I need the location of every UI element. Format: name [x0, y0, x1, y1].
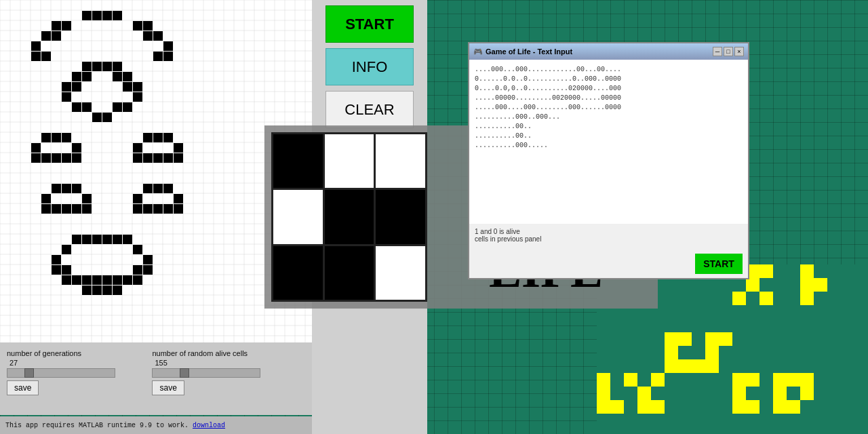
random-cells-label: number of random alive cells [152, 349, 248, 357]
save-random-cells-button[interactable]: save [152, 380, 184, 395]
svg-rect-19 [705, 359, 719, 373]
svg-rect-3 [800, 264, 814, 278]
footer-text: This app requires MATLAB runtime 9.9 to … [5, 422, 189, 429]
dialog-text-line-1: ....000...000............00...00.... [475, 65, 743, 75]
mini-cell-4 [273, 190, 323, 243]
svg-rect-8 [760, 292, 773, 305]
svg-rect-9 [800, 292, 814, 305]
svg-rect-34 [732, 387, 746, 400]
svg-rect-27 [637, 400, 651, 414]
random-cells-group: number of random alive cells 155 save [152, 347, 288, 395]
svg-rect-30 [746, 373, 760, 387]
svg-rect-26 [610, 400, 624, 414]
mini-cell-2 [325, 134, 374, 188]
svg-rect-4 [746, 278, 760, 292]
svg-rect-10 [665, 332, 678, 346]
dialog-icon: 🎮 [473, 47, 483, 56]
dialog-text-line-6: ..........000..000... [475, 113, 743, 122]
generations-knob[interactable] [24, 368, 34, 378]
svg-rect-7 [732, 292, 746, 305]
generations-label: number of generations [7, 349, 81, 357]
mini-cell-3 [376, 134, 425, 188]
generations-group: number of generations 27 save [7, 347, 142, 395]
svg-rect-17 [678, 359, 692, 373]
dialog-instructions-line1: 1 and 0 is alive [475, 228, 520, 235]
svg-rect-32 [787, 373, 800, 387]
svg-rect-6 [814, 278, 827, 292]
dialog-text-line-7: ..........00.. [475, 122, 743, 132]
sliders-area: number of generations 27 save number of … [0, 342, 312, 415]
svg-rect-20 [597, 373, 610, 387]
dialog-text-line-4: .....00000.........0020000.....00000 [475, 94, 743, 103]
svg-rect-39 [773, 400, 787, 414]
dialog-text-line-5: .....000....000........000......0000 [475, 103, 743, 113]
svg-rect-40 [787, 400, 800, 414]
svg-rect-31 [773, 373, 787, 387]
dialog-titlebar: 🎮 Game of Life - Text Input ─ □ × [469, 43, 748, 60]
mini-cell-6 [376, 190, 425, 243]
svg-rect-2 [760, 264, 773, 278]
svg-rect-13 [719, 332, 732, 346]
clear-button[interactable]: CLEAR [326, 91, 414, 128]
save-generations-button[interactable]: save [7, 380, 39, 395]
svg-rect-36 [800, 387, 814, 400]
dialog-text-line-3: 0....0.0,0..0..........020000....000 [475, 84, 743, 94]
dialog-title: 🎮 Game of Life - Text Input [473, 47, 572, 56]
svg-rect-14 [665, 346, 678, 359]
download-link[interactable]: download [193, 422, 225, 429]
svg-rect-29 [732, 373, 746, 387]
svg-rect-25 [597, 400, 610, 414]
svg-rect-15 [705, 346, 719, 359]
svg-rect-37 [732, 400, 746, 414]
svg-rect-23 [597, 387, 610, 400]
svg-rect-22 [651, 373, 665, 387]
dialog-bottom-text: 1 and 0 is alive cells in previous panel [475, 228, 743, 243]
dialog-bottom: 1 and 0 is alive cells in previous panel… [469, 224, 748, 278]
svg-rect-12 [705, 332, 719, 346]
mini-cell-5 [325, 190, 374, 243]
svg-rect-16 [665, 359, 678, 373]
dialog-text-line-8: ..........00.. [475, 132, 743, 141]
svg-rect-11 [678, 332, 692, 346]
dialog-maximize-button[interactable]: □ [724, 47, 733, 56]
svg-rect-21 [624, 373, 637, 387]
random-cells-value: 155 [155, 359, 288, 367]
svg-rect-33 [800, 373, 814, 387]
dialog-minimize-button[interactable]: ─ [713, 47, 722, 56]
dialog-controls: ─ □ × [713, 47, 744, 56]
dialog-text-line-2: 0......0.0..0...........0..000..0000 [475, 75, 743, 84]
dialog-close-button[interactable]: × [734, 47, 744, 56]
generations-slider[interactable] [7, 368, 115, 378]
random-cells-knob[interactable] [180, 368, 189, 378]
start-button[interactable]: START [326, 5, 414, 43]
generations-value: 27 [9, 359, 142, 367]
mini-cell-1 [273, 134, 323, 188]
dialog-text-line-9: ..........000..... [475, 141, 743, 151]
svg-rect-5 [800, 278, 814, 292]
mini-grid [271, 132, 427, 302]
svg-rect-38 [746, 400, 760, 414]
dialog-content: ....000...000............00...00.... 0..… [469, 60, 748, 224]
mini-cell-8 [325, 246, 374, 300]
mini-cell-7 [273, 246, 323, 300]
dialog-instructions-line2: cells in previous panel [475, 235, 541, 243]
footer-bar: This app requires MATLAB runtime 9.9 to … [0, 416, 312, 434]
dialog-window: 🎮 Game of Life - Text Input ─ □ × ....00… [468, 42, 749, 279]
svg-rect-18 [692, 359, 705, 373]
random-cells-slider[interactable] [152, 368, 260, 378]
info-button[interactable]: INFO [326, 48, 414, 85]
mini-cell-9 [376, 246, 425, 300]
svg-rect-24 [637, 387, 651, 400]
dialog-start-button[interactable]: START [695, 254, 743, 274]
svg-rect-28 [651, 400, 665, 414]
svg-rect-35 [773, 387, 787, 400]
